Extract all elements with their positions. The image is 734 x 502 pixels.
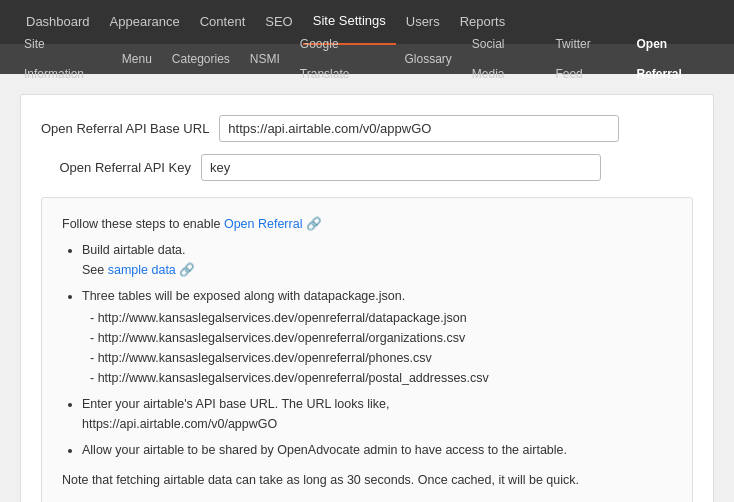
subnav-site-information[interactable]: Site Information: [16, 29, 110, 89]
url-item-4: - http://www.kansaslegalservices.dev/ope…: [82, 368, 672, 388]
step1: Build airtable data. See sample data 🔗: [82, 240, 672, 280]
steps-list: Build airtable data. See sample data 🔗 T…: [62, 240, 672, 460]
subnav-open-referral[interactable]: Open Referral: [629, 29, 718, 89]
sub-nav: Site Information Menu Categories NSMI Go…: [0, 44, 734, 74]
subnav-nsmi[interactable]: NSMI: [242, 44, 288, 74]
url-item-2: - http://www.kansaslegalservices.dev/ope…: [82, 328, 672, 348]
api-key-input[interactable]: [201, 154, 601, 181]
subnav-google-translate[interactable]: Google Translate: [292, 29, 393, 89]
main-content: Open Referral API Base URL Open Referral…: [20, 94, 714, 502]
subnav-glossary[interactable]: Glossary: [396, 44, 459, 74]
info-box: Follow these steps to enable Open Referr…: [41, 197, 693, 502]
api-key-label: Open Referral API Key: [41, 160, 201, 175]
open-referral-link[interactable]: Open Referral 🔗: [224, 217, 322, 231]
nav-content[interactable]: Content: [190, 0, 256, 44]
subnav-menu[interactable]: Menu: [114, 44, 160, 74]
subnav-twitter-feed[interactable]: Twitter Feed: [547, 29, 624, 89]
api-base-url-row: Open Referral API Base URL: [41, 115, 693, 142]
api-base-url-label: Open Referral API Base URL: [41, 121, 219, 136]
info-intro: Follow these steps to enable Open Referr…: [62, 214, 672, 234]
subnav-social-media[interactable]: Social Media: [464, 29, 544, 89]
nav-appearance[interactable]: Appearance: [100, 0, 190, 44]
api-base-url-input[interactable]: [219, 115, 619, 142]
step4: Allow your airtable to be shared by Open…: [82, 440, 672, 460]
step3: Enter your airtable's API base URL. The …: [82, 394, 672, 434]
url-item-1: - http://www.kansaslegalservices.dev/ope…: [82, 308, 672, 328]
note-text: Note that fetching airtable data can tak…: [62, 470, 672, 490]
url-list: - http://www.kansaslegalservices.dev/ope…: [82, 308, 672, 388]
url-item-3: - http://www.kansaslegalservices.dev/ope…: [82, 348, 672, 368]
subnav-categories[interactable]: Categories: [164, 44, 238, 74]
sample-data-link[interactable]: sample data 🔗: [108, 263, 196, 277]
nav-users[interactable]: Users: [396, 0, 450, 44]
api-key-row: Open Referral API Key: [41, 154, 693, 181]
step2: Three tables will be exposed along with …: [82, 286, 672, 388]
